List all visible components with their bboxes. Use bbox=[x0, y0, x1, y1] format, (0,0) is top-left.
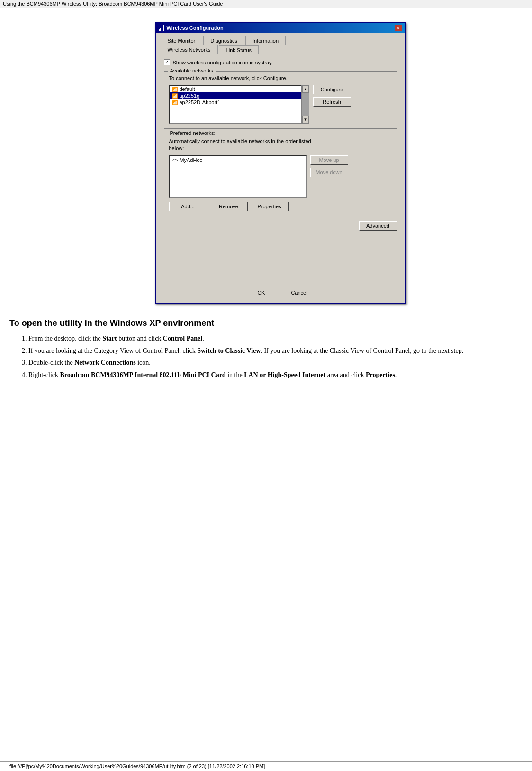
footer-text: file:///P|/pc/My%20Documents/Working/Use… bbox=[9, 763, 265, 769]
bottom-buttons: Add... Remove Properties bbox=[169, 202, 392, 211]
tab-diagnostics[interactable]: Diagnostics bbox=[203, 36, 244, 45]
network-name-default: default bbox=[180, 86, 195, 92]
close-button[interactable]: × bbox=[395, 25, 402, 31]
step-2: If you are looking at the Category View … bbox=[28, 346, 523, 356]
network-list-area: 📶 default 📶 ap2251g 📶 bbox=[169, 85, 392, 124]
step1-bold1: Start bbox=[102, 335, 117, 342]
steps-list: From the desktop, click the Start button… bbox=[28, 334, 523, 379]
win-dialog: Wireless Configuration × Site Monitor Di… bbox=[155, 22, 406, 304]
tab-site-monitor[interactable]: Site Monitor bbox=[161, 36, 203, 45]
preferred-networks-group: Preferred networks: Automatically connec… bbox=[164, 134, 397, 216]
ok-button[interactable]: OK bbox=[245, 288, 278, 297]
step-4: Right-click Broadcom BCM94306MP Internal… bbox=[28, 370, 523, 380]
step4-bold1: Broadcom BCM94306MP Internal 802.11b Min… bbox=[60, 371, 226, 378]
dialog-body: Site Monitor Diagnostics Information Wir… bbox=[156, 33, 405, 303]
tab-link-status[interactable]: Link Status bbox=[219, 45, 259, 54]
systray-checkbox-label: Show wireless configuration icon in syst… bbox=[173, 60, 273, 65]
network-list-scrollbar[interactable]: ▲ ▼ bbox=[302, 85, 309, 124]
network-buttons: Configure Refresh bbox=[313, 85, 351, 107]
network-icon-ap2252d: 📶 bbox=[172, 100, 178, 105]
tab-row-top: Site Monitor Diagnostics Information bbox=[159, 36, 402, 45]
dialog-titlebar: Wireless Configuration × bbox=[156, 23, 405, 33]
systray-checkbox[interactable]: ✓ bbox=[164, 59, 170, 65]
step4-bold3: Properties bbox=[366, 371, 395, 378]
move-up-button[interactable]: Move up bbox=[310, 155, 348, 165]
network-icon-ap2251g: 📶 bbox=[172, 93, 178, 99]
remove-button[interactable]: Remove bbox=[210, 202, 248, 211]
scroll-thumb[interactable] bbox=[302, 93, 309, 116]
advanced-button[interactable]: Advanced bbox=[359, 221, 397, 231]
tab-row-bottom: Wireless Networks Link Status bbox=[159, 45, 402, 54]
network-name-ap2252d: ap2252D-Airport1 bbox=[180, 99, 221, 105]
move-down-button[interactable]: Move down bbox=[310, 168, 348, 177]
preferred-item-myadhoc[interactable]: <> MyAdHoc bbox=[170, 156, 306, 164]
advanced-row: Advanced bbox=[164, 221, 397, 231]
scroll-down-arrow[interactable]: ▼ bbox=[302, 116, 309, 123]
titlebar-left: Wireless Configuration bbox=[159, 25, 224, 31]
add-button[interactable]: Add... bbox=[169, 202, 207, 211]
network-item-ap2252d[interactable]: 📶 ap2252D-Airport1 bbox=[170, 99, 301, 106]
available-instruction: To connect to an available network, clic… bbox=[169, 75, 392, 81]
step1-bold2: Control Panel bbox=[163, 335, 202, 342]
dialog-title: Wireless Configuration bbox=[167, 25, 224, 31]
browser-title: Using the BCM94306MP Wireless Utility: B… bbox=[0, 0, 532, 8]
network-item-ap2251g[interactable]: 📶 ap2251g bbox=[170, 92, 301, 99]
preferred-buttons: Move up Move down bbox=[310, 155, 348, 177]
adhoc-icon: <> bbox=[172, 157, 178, 163]
step-1: From the desktop, click the Start button… bbox=[28, 334, 523, 343]
step-3: Double-click the Network Connections ico… bbox=[28, 358, 523, 368]
preferred-listbox[interactable]: <> MyAdHoc bbox=[169, 155, 307, 198]
properties-button[interactable]: Properties bbox=[251, 202, 289, 211]
network-listbox[interactable]: 📶 default 📶 ap2251g 📶 bbox=[169, 85, 302, 124]
preferred-area: <> MyAdHoc Move up Move down bbox=[169, 155, 392, 198]
network-name-ap2251g: ap2251g bbox=[180, 93, 200, 99]
page-title-text: Using the BCM94306MP Wireless Utility: B… bbox=[3, 1, 223, 7]
ok-cancel-row: OK Cancel bbox=[159, 285, 402, 300]
tab-wireless-networks[interactable]: Wireless Networks bbox=[161, 45, 218, 54]
tab-panel-wireless: ✓ Show wireless configuration icon in sy… bbox=[159, 54, 402, 281]
wireless-icon bbox=[159, 25, 164, 31]
step3-bold1: Network Connections bbox=[74, 359, 136, 366]
tab-section: Wireless Networks Link Status ✓ Show wir… bbox=[159, 45, 402, 281]
footer-bar: file:///P|/pc/My%20Documents/Working/Use… bbox=[0, 761, 532, 771]
section-heading: To open the utility in the Windows XP en… bbox=[9, 318, 523, 328]
preferred-name-myadhoc: MyAdHoc bbox=[180, 157, 202, 163]
step4-bold2: LAN or High-Speed Internet bbox=[244, 371, 325, 378]
network-listbox-with-scroll: 📶 default 📶 ap2251g 📶 bbox=[169, 85, 309, 124]
systray-checkbox-row: ✓ Show wireless configuration icon in sy… bbox=[164, 59, 397, 65]
network-icon-default: 📶 bbox=[172, 87, 178, 92]
tab-information[interactable]: Information bbox=[245, 36, 286, 45]
network-item-default[interactable]: 📶 default bbox=[170, 86, 301, 92]
available-networks-label: Available networks: bbox=[168, 68, 217, 73]
configure-button[interactable]: Configure bbox=[313, 85, 351, 94]
refresh-button[interactable]: Refresh bbox=[313, 97, 351, 107]
step2-bold1: Switch to Classic View bbox=[197, 347, 261, 354]
preferred-networks-label: Preferred networks: bbox=[168, 130, 217, 136]
scroll-up-arrow[interactable]: ▲ bbox=[302, 85, 309, 93]
screenshot-container: Wireless Configuration × Site Monitor Di… bbox=[38, 22, 523, 304]
cancel-button[interactable]: Cancel bbox=[283, 288, 316, 297]
preferred-instruction: Automatically connect to available netwo… bbox=[169, 138, 392, 152]
available-networks-group: Available networks: To connect to an ava… bbox=[164, 71, 397, 129]
